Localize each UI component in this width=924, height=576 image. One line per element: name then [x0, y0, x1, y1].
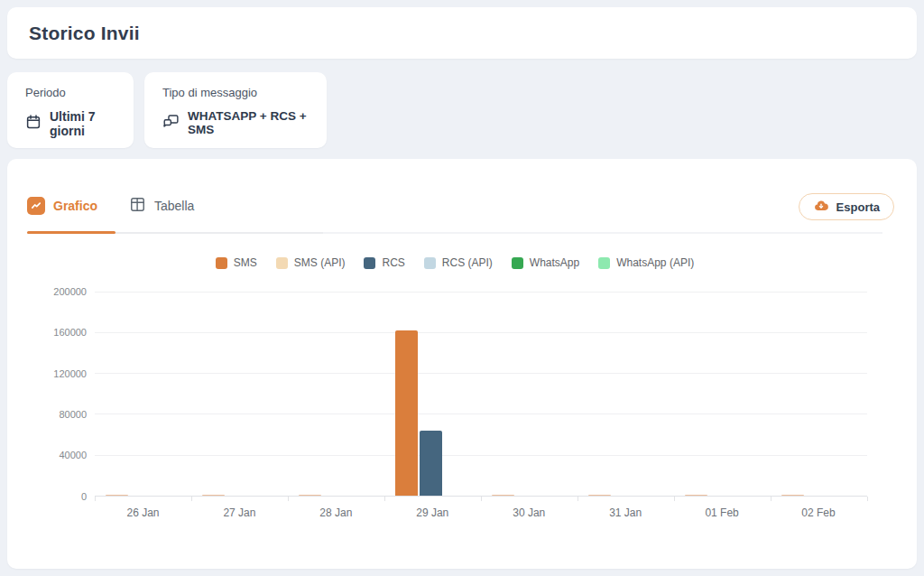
export-button-label: Esporta — [836, 200, 880, 214]
legend-item-rcs-api[interactable]: RCS (API) — [424, 256, 493, 269]
gridline — [95, 373, 867, 374]
bar-rcs-29-jan — [420, 431, 442, 496]
x-axis-tick — [867, 497, 868, 501]
period-filter[interactable]: Periodo Ultimi 7 giorni — [7, 72, 134, 148]
legend-swatch — [512, 257, 523, 269]
message-type-filter-value: WHATSAPP + RCS + SMS — [188, 109, 309, 136]
gridline — [95, 292, 867, 293]
gridline — [95, 455, 867, 456]
legend-swatch — [364, 257, 375, 269]
legend-item-sms[interactable]: SMS — [216, 256, 257, 269]
export-button[interactable]: Esporta — [799, 193, 894, 220]
page-header: Storico Invii — [7, 7, 917, 59]
x-axis-tick — [384, 497, 385, 501]
y-axis-tick-label: 120000 — [7, 368, 87, 379]
x-axis-category-label: 01 Feb — [683, 506, 761, 519]
y-axis-tick-label: 80000 — [7, 409, 87, 420]
tab-tabella-label: Tabella — [154, 199, 194, 213]
y-axis-tick-label: 200000 — [7, 286, 87, 297]
legend-item-whatsapp-api[interactable]: WhatsApp (API) — [598, 256, 694, 269]
x-axis-tick — [578, 497, 578, 501]
x-axis-tick — [771, 497, 772, 501]
cloud-download-icon — [813, 198, 829, 217]
legend-swatch — [276, 257, 288, 269]
period-filter-label: Periodo — [25, 86, 116, 99]
legend-label: SMS (API) — [294, 256, 346, 269]
message-type-filter[interactable]: Tipo di messaggio WHATSAPP + RCS + SMS — [144, 72, 327, 148]
bar-sms-29-jan — [395, 330, 418, 496]
message-type-filter-label: Tipo di messaggio — [162, 86, 309, 99]
x-axis-category-label: 27 Jan — [200, 506, 278, 519]
x-axis-tick — [481, 497, 482, 501]
legend-label: WhatsApp (API) — [616, 256, 694, 269]
y-axis-tick-label: 160000 — [7, 327, 87, 338]
x-axis-category-label: 26 Jan — [104, 506, 181, 519]
legend-item-whatsapp[interactable]: WhatsApp — [512, 256, 579, 269]
gridline — [95, 413, 867, 414]
x-axis-tick — [288, 497, 289, 501]
tabs-divider-segment — [116, 232, 323, 234]
period-filter-value: Ultimi 7 giorni — [50, 109, 116, 138]
x-axis-category-label: 29 Jan — [393, 506, 471, 519]
tab-tabella[interactable]: Tabella — [129, 195, 194, 217]
tab-grafico[interactable]: Grafico — [27, 195, 97, 217]
active-tab-underline — [27, 231, 116, 234]
bar-chart: 0400008000012000016000020000026 Jan27 Ja… — [7, 276, 917, 538]
legend-label: WhatsApp — [530, 256, 579, 269]
gridline — [95, 332, 867, 333]
chart-icon — [27, 197, 45, 215]
x-axis-tick — [674, 497, 675, 501]
x-axis-category-label: 31 Jan — [587, 506, 664, 519]
legend-swatch — [216, 257, 227, 269]
x-axis-category-label: 30 Jan — [490, 506, 568, 519]
page-title: Storico Invii — [29, 23, 140, 44]
table-icon — [129, 196, 146, 217]
legend-swatch — [598, 257, 610, 269]
legend-item-sms-api[interactable]: SMS (API) — [276, 256, 346, 269]
legend-label: RCS (API) — [442, 256, 493, 269]
legend-label: SMS — [234, 256, 257, 269]
x-axis-tick — [191, 497, 192, 501]
x-axis-category-label: 28 Jan — [297, 506, 374, 519]
legend-label: RCS — [382, 256, 404, 269]
legend-swatch — [424, 257, 436, 269]
y-axis-tick-label: 0 — [7, 491, 87, 502]
x-axis-tick — [95, 497, 96, 501]
y-axis-tick-label: 40000 — [7, 450, 87, 460]
chart-legend: SMSSMS (API)RCSRCS (API)WhatsAppWhatsApp… — [0, 256, 910, 269]
calendar-icon — [25, 114, 42, 134]
tab-grafico-label: Grafico — [53, 199, 97, 213]
chat-bubbles-icon — [162, 113, 180, 134]
x-axis-category-label: 02 Feb — [780, 506, 857, 519]
legend-item-rcs[interactable]: RCS — [364, 256, 404, 269]
